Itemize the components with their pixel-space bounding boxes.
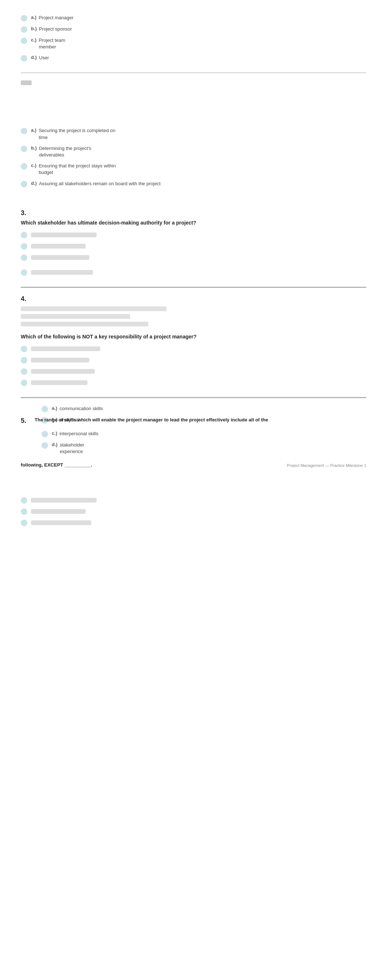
q2-label-c: c.): [31, 163, 37, 168]
bottom-option-a[interactable]: [21, 497, 366, 504]
q3-radio-a[interactable]: [21, 232, 27, 239]
bottom-radio-b[interactable]: [21, 508, 27, 515]
q4-subtext: Which of the following is NOT a key resp…: [21, 334, 366, 339]
radio-c[interactable]: [21, 38, 27, 44]
option-b[interactable]: b.) Project sponsor: [21, 26, 366, 33]
q3-option-d-blurred[interactable]: [21, 269, 366, 276]
q2-radio-c[interactable]: [21, 163, 27, 170]
q5-text-c: interpersonal skills: [59, 431, 98, 437]
text-b: Project sponsor: [39, 26, 72, 32]
footer-text: Project Management — Practice Milestone …: [287, 463, 366, 468]
radio-a[interactable]: [21, 15, 27, 21]
q5-label-c: c.): [52, 431, 57, 436]
q3-radio-b[interactable]: [21, 243, 27, 250]
q4-option-a-blurred[interactable]: [21, 345, 366, 352]
q4-radio-a[interactable]: [21, 346, 27, 352]
q5-radio-d[interactable]: [42, 442, 48, 449]
q5-label-a: a.): [52, 406, 57, 411]
q5-label-d: d.): [52, 442, 58, 447]
q4-blurred-b: [31, 358, 89, 363]
q2-option-a[interactable]: a.) Securing the project is completed on…: [21, 127, 366, 140]
q2-label-b: b.): [31, 145, 37, 151]
radio-b[interactable]: [21, 26, 27, 33]
bottom-blurred-b: [31, 509, 86, 514]
q4-number: 4.: [21, 295, 366, 303]
q3-blurred-a: [31, 232, 97, 237]
q2-text-b: Determining the project'sdeliverables: [39, 145, 91, 158]
q5-radio-a[interactable]: [42, 406, 48, 412]
option-d[interactable]: d.) User: [21, 54, 366, 62]
q4-option-c-blurred[interactable]: [21, 368, 366, 375]
q4-radio-b[interactable]: [21, 357, 27, 364]
q2-text-c: Ensuring that the project stays withinbu…: [38, 163, 116, 176]
q3-option-b-blurred[interactable]: [21, 243, 366, 250]
q3-radio-c[interactable]: [21, 255, 27, 261]
question-5-area: a.) communication skills b.) analytical …: [21, 406, 366, 468]
q3-number: 3.: [21, 209, 366, 217]
text-d: User: [39, 54, 49, 61]
q4-text-line-3: [21, 322, 148, 326]
q3-blurred-d: [31, 270, 93, 275]
q2-text-d: Assuring all stakeholders remain on boar…: [39, 180, 161, 187]
divider-1: [21, 72, 366, 73]
q2-label-d: d.): [31, 180, 37, 186]
q4-blurred-d: [31, 380, 88, 385]
q4-radio-d[interactable]: [21, 380, 27, 386]
label-c: c.): [31, 37, 37, 43]
option-c[interactable]: c.) Project teammember: [21, 37, 366, 50]
q4-text-line-2: [21, 314, 130, 319]
q2-option-c[interactable]: c.) Ensuring that the project stays with…: [21, 163, 366, 176]
text-a: Project manager: [38, 14, 73, 21]
bottom-option-b[interactable]: [21, 508, 366, 515]
q2-option-d[interactable]: d.) Assuring all stakeholders remain on …: [21, 180, 366, 188]
question-3: 3. Which stakeholder has ultimate decisi…: [21, 209, 366, 276]
q4-radio-c[interactable]: [21, 368, 27, 375]
q3-blurred-b: [31, 244, 86, 248]
q5-number: 5.: [21, 417, 32, 425]
bottom-option-c[interactable]: [21, 519, 366, 526]
q5-question-text: The range of skills which will enable th…: [35, 417, 268, 423]
question-4: 4. Which of the following is NOT a key r…: [21, 295, 366, 386]
label-b: b.): [31, 26, 37, 31]
q4-blurred-c: [31, 369, 95, 374]
bottom-blurred-a: [31, 498, 97, 503]
q5-option-d[interactable]: d.) stakeholderexperience: [42, 442, 366, 455]
question-1-partial: a.) Project manager b.) Project sponsor …: [21, 14, 366, 62]
radio-d[interactable]: [21, 55, 27, 62]
q5-radio-c[interactable]: [42, 431, 48, 438]
q4-option-d-blurred[interactable]: [21, 379, 366, 386]
section-divider-3: [21, 287, 366, 288]
q2-option-b[interactable]: b.) Determining the project'sdeliverable…: [21, 145, 366, 158]
option-a[interactable]: a.) Project manager: [21, 14, 366, 21]
q5-text-d: stakeholderexperience: [60, 442, 84, 455]
q3-option-a-blurred[interactable]: [21, 231, 366, 239]
q3-text: Which stakeholder has ultimate decision-…: [21, 220, 366, 226]
q2-radio-a[interactable]: [21, 128, 27, 134]
q2-text-a: Securing the project is completed ontime: [38, 127, 115, 140]
q3-radio-d[interactable]: [21, 269, 27, 276]
bottom-blurred-area: [21, 482, 366, 526]
q2-radio-b[interactable]: [21, 146, 27, 152]
q2-radio-d[interactable]: [21, 181, 27, 188]
q5-option-a[interactable]: a.) communication skills: [42, 406, 366, 412]
q5-option-c[interactable]: c.) interpersonal skills: [42, 431, 366, 438]
bottom-radio-c[interactable]: [21, 520, 27, 526]
label-d: d.): [31, 54, 37, 60]
q4-text-line-1: [21, 306, 166, 311]
q3-blurred-c: [31, 255, 89, 260]
bottom-radio-a[interactable]: [21, 497, 27, 504]
q2-label-a: a.): [31, 127, 37, 133]
bottom-blurred-c: [31, 520, 91, 525]
section-divider-4: [21, 397, 366, 398]
question-2-partial: a.) Securing the project is completed on…: [21, 127, 366, 187]
label-a: a.): [31, 14, 37, 20]
q5-following-text: following, EXCEPT __________.: [21, 462, 92, 468]
q4-blurred-a: [31, 347, 100, 351]
text-c: Project teammember: [38, 37, 65, 50]
q4-option-b-blurred[interactable]: [21, 356, 366, 364]
q5-text-a: communication skills: [59, 406, 103, 412]
blurred-area-1: [21, 80, 366, 120]
q3-option-c-blurred[interactable]: [21, 254, 366, 261]
